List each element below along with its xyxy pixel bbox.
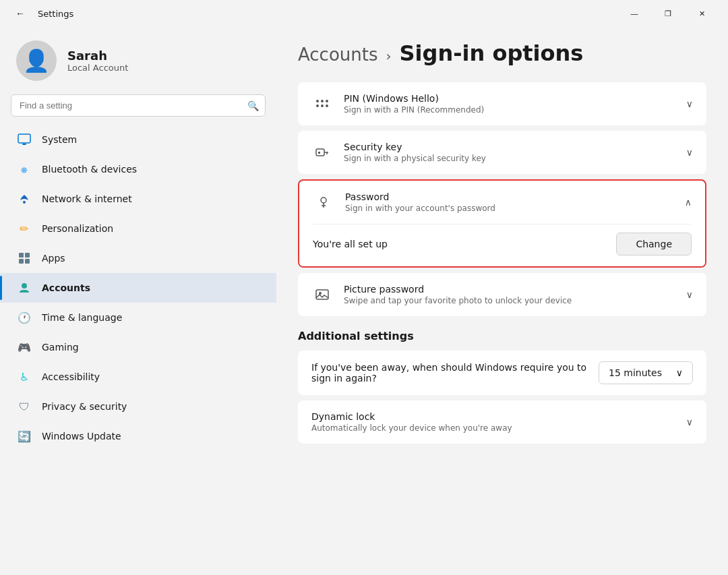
away-lock-value: 15 minutes [609, 367, 662, 378]
svg-point-12 [321, 104, 324, 107]
user-info: Sarah Local Account [67, 49, 128, 73]
sidebar-item-privacy[interactable]: 🛡 Privacy & security [0, 392, 276, 421]
close-button[interactable]: ✕ [686, 3, 717, 24]
svg-point-8 [316, 100, 319, 102]
svg-point-2 [23, 201, 26, 204]
pin-card-row[interactable]: PIN (Windows Hello) Sign in with a PIN (… [298, 82, 706, 125]
sidebar-item-label-personalization: Personalization [42, 223, 113, 234]
security-key-subtitle: Sign in with a physical security key [344, 154, 675, 163]
dynamic-lock-card: Dynamic lock Automatically lock your dev… [298, 400, 706, 444]
svg-rect-1 [22, 144, 26, 145]
sidebar-item-label-privacy: Privacy & security [42, 401, 127, 412]
minimize-button[interactable]: — [619, 3, 650, 24]
user-name: Sarah [67, 49, 128, 63]
pin-subtitle: Sign in with a PIN (Recommended) [344, 105, 675, 115]
sidebar-item-label-accounts: Accounts [42, 282, 90, 293]
sidebar-item-gaming[interactable]: 🎮 Gaming [0, 332, 276, 362]
svg-rect-5 [19, 259, 24, 264]
title-bar-left: ← Settings [11, 4, 73, 23]
security-key-chevron: ∨ [686, 147, 693, 158]
page-title: Sign-in options [400, 40, 584, 66]
svg-rect-0 [18, 134, 30, 143]
sidebar-item-label-bluetooth: Bluetooth & devices [42, 164, 137, 175]
password-title: Password [345, 191, 674, 202]
network-icon [16, 191, 32, 207]
password-body: You're all set up Change [299, 224, 705, 266]
dynamic-lock-text: Dynamic lock Automatically lock your dev… [311, 411, 675, 433]
sidebar-item-apps[interactable]: Apps [0, 243, 276, 273]
change-password-button[interactable]: Change [616, 233, 692, 255]
svg-point-13 [326, 104, 328, 107]
sidebar-item-accounts[interactable]: Accounts [0, 273, 276, 303]
security-key-row[interactable]: Security key Sign in with a physical sec… [298, 131, 706, 174]
sidebar-item-bluetooth[interactable]: ⎈ Bluetooth & devices [0, 154, 276, 184]
password-card-header-row[interactable]: Password Sign in with your account's pas… [299, 181, 705, 224]
content-area: Accounts › Sign-in options PIN (Windows … [276, 27, 728, 575]
sidebar: 👤 Sarah Local Account 🔍 System ⎈ Bluetoo… [0, 27, 276, 575]
sidebar-nav: System ⎈ Bluetooth & devices Network & i… [0, 125, 276, 451]
password-card: Password Sign in with your account's pas… [298, 179, 706, 268]
breadcrumb: Accounts [298, 44, 378, 65]
sidebar-item-personalization[interactable]: ✏️ Personalization [0, 214, 276, 243]
picture-password-subtitle: Swipe and tap your favorite photo to unl… [344, 296, 675, 305]
app-title: Settings [38, 9, 73, 19]
back-button[interactable]: ← [11, 4, 30, 23]
sidebar-item-label-update: Windows Update [42, 431, 121, 442]
security-key-card: Security key Sign in with a physical sec… [298, 131, 706, 174]
security-key-icon [311, 142, 333, 163]
svg-point-11 [316, 104, 319, 107]
dynamic-lock-row[interactable]: Dynamic lock Automatically lock your dev… [298, 400, 706, 444]
picture-password-icon [311, 284, 333, 305]
user-account-type: Local Account [67, 63, 128, 73]
password-subtitle: Sign in with your account's password [345, 204, 674, 213]
sidebar-item-system[interactable]: System [0, 125, 276, 154]
main-layout: 👤 Sarah Local Account 🔍 System ⎈ Bluetoo… [0, 27, 728, 575]
picture-password-chevron: ∨ [686, 289, 693, 300]
picture-password-card: Picture password Swipe and tap your favo… [298, 273, 706, 316]
personalization-icon: ✏️ [16, 220, 32, 237]
picture-password-title: Picture password [344, 284, 675, 295]
password-card-text: Password Sign in with your account's pas… [345, 191, 674, 213]
sidebar-item-time[interactable]: 🕐 Time & language [0, 303, 276, 332]
svg-point-9 [321, 100, 324, 102]
security-key-text: Security key Sign in with a physical sec… [344, 142, 675, 163]
search-box: 🔍 [11, 94, 266, 117]
sidebar-item-label-system: System [42, 134, 77, 145]
password-status: You're all set up [313, 239, 388, 249]
system-icon [16, 131, 32, 148]
user-section: 👤 Sarah Local Account [0, 27, 276, 94]
sidebar-item-label-apps: Apps [42, 253, 65, 264]
dynamic-lock-title: Dynamic lock [311, 411, 675, 422]
dropdown-chevron-icon: ∨ [676, 367, 683, 378]
search-icon: 🔍 [247, 100, 259, 111]
svg-rect-6 [25, 259, 30, 264]
pin-title: PIN (Windows Hello) [344, 93, 675, 104]
maximize-button[interactable]: ❐ [653, 3, 684, 24]
away-lock-dropdown[interactable]: 15 minutes ∨ [599, 361, 693, 384]
pin-card-text: PIN (Windows Hello) Sign in with a PIN (… [344, 93, 675, 115]
picture-password-row[interactable]: Picture password Swipe and tap your favo… [298, 273, 706, 316]
breadcrumb-separator: › [386, 48, 392, 64]
svg-rect-15 [318, 152, 320, 154]
dynamic-lock-chevron: ∨ [686, 417, 693, 427]
svg-point-18 [321, 198, 326, 203]
sidebar-item-label-accessibility: Accessibility [42, 371, 100, 382]
password-chevron: ∧ [685, 197, 692, 208]
apps-icon [16, 250, 32, 266]
sidebar-item-network[interactable]: Network & internet [0, 184, 276, 214]
away-lock-left: If you've been away, when should Windows… [311, 362, 588, 384]
bluetooth-icon: ⎈ [16, 161, 32, 177]
pin-chevron: ∨ [686, 98, 693, 109]
avatar: 👤 [16, 40, 57, 81]
sidebar-item-label-time: Time & language [42, 312, 122, 323]
sidebar-item-update[interactable]: 🔄 Windows Update [0, 421, 276, 451]
privacy-icon: 🛡 [16, 398, 32, 415]
sidebar-item-label-network: Network & internet [42, 193, 132, 204]
away-lock-row: If you've been away, when should Windows… [298, 351, 706, 395]
update-icon: 🔄 [16, 428, 32, 444]
avatar-icon: 👤 [23, 50, 50, 71]
gaming-icon: 🎮 [16, 339, 32, 355]
search-input[interactable] [11, 94, 266, 117]
sidebar-item-accessibility[interactable]: ♿ Accessibility [0, 362, 276, 392]
svg-rect-4 [25, 253, 30, 258]
